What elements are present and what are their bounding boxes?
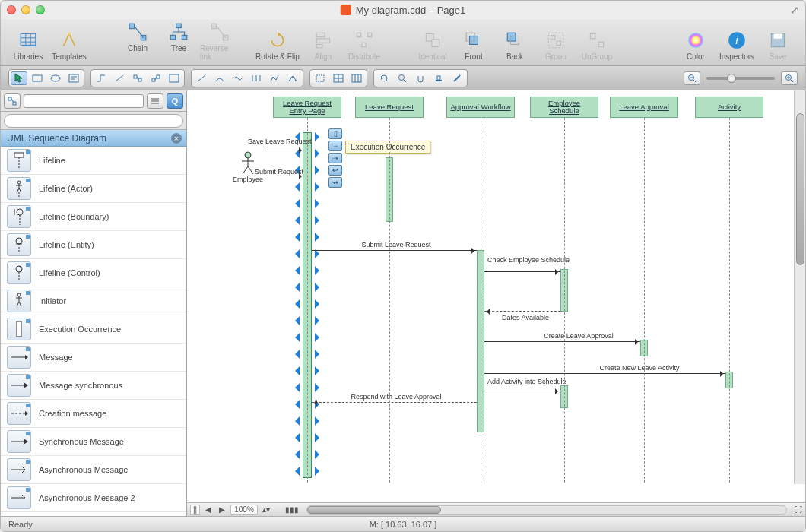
arrow-dates-avail[interactable] bbox=[484, 311, 560, 312]
arrow-submit-leave[interactable] bbox=[312, 250, 477, 251]
selection-handle[interactable] bbox=[315, 266, 324, 275]
connector-5[interactable] bbox=[166, 71, 182, 85]
table-tool[interactable] bbox=[330, 71, 347, 85]
line-3[interactable] bbox=[230, 71, 246, 85]
search-button[interactable]: Q bbox=[167, 93, 183, 109]
pointer-tool[interactable] bbox=[11, 71, 27, 85]
fullscreen-icon[interactable]: ⤢ bbox=[790, 4, 799, 16]
zoom-value[interactable]: 100% bbox=[230, 505, 258, 515]
ellipse-tool[interactable] bbox=[47, 71, 64, 85]
connector-4[interactable] bbox=[148, 71, 164, 85]
selection-handle[interactable] bbox=[290, 266, 300, 275]
selection-handle[interactable] bbox=[290, 283, 300, 292]
crop-tool[interactable] bbox=[312, 71, 328, 85]
selection-handle[interactable] bbox=[315, 166, 324, 175]
tree-view-toggle[interactable] bbox=[4, 93, 21, 109]
arrow-create-approval[interactable] bbox=[484, 341, 640, 342]
selection-handle[interactable] bbox=[290, 182, 300, 192]
text-tool[interactable] bbox=[65, 71, 82, 85]
line-5[interactable] bbox=[266, 71, 283, 85]
selection-handle[interactable] bbox=[315, 199, 324, 208]
selection-handle[interactable] bbox=[315, 350, 324, 359]
arrow-submit-req[interactable] bbox=[263, 176, 304, 176]
selection-handle[interactable] bbox=[315, 299, 324, 309]
line-4[interactable] bbox=[248, 71, 265, 85]
shape-item[interactable]: Initiator bbox=[1, 287, 186, 315]
palette-exec-occurrence[interactable]: ▯ bbox=[328, 128, 342, 139]
tree-button[interactable]: Tree bbox=[159, 21, 198, 61]
diagram-canvas[interactable]: Employee ▯ → ⇢ ↩ ↛ Execution Occurrence bbox=[187, 90, 805, 502]
lifeline-head[interactable]: Leave Approval bbox=[610, 97, 678, 118]
page-next[interactable]: ▶ bbox=[217, 505, 227, 514]
inspectors-button[interactable]: iInspectors bbox=[717, 30, 757, 61]
page-prev[interactable]: ◀ bbox=[203, 505, 214, 514]
palette-msg-reply[interactable]: ↩ bbox=[328, 165, 342, 176]
refresh-tool[interactable] bbox=[376, 71, 392, 85]
stamp-tool[interactable] bbox=[430, 71, 447, 85]
zoom-out-button[interactable] bbox=[684, 71, 700, 85]
grid-tool[interactable] bbox=[348, 71, 365, 85]
shape-item[interactable]: Execution Occurrence bbox=[1, 315, 186, 344]
shape-item[interactable]: Lifeline (Boundary) bbox=[1, 203, 186, 231]
shape-item[interactable]: Synchronous Message bbox=[1, 428, 186, 456]
selection-handle[interactable] bbox=[290, 199, 300, 208]
shape-item[interactable]: Creation message bbox=[1, 400, 186, 428]
selection-handle[interactable] bbox=[290, 216, 300, 225]
shape-list[interactable]: LifelineLifeline (Actor)Lifeline (Bounda… bbox=[1, 147, 186, 516]
selection-handle[interactable] bbox=[315, 132, 324, 141]
selection-handle[interactable] bbox=[315, 316, 324, 325]
connector-3[interactable] bbox=[129, 71, 146, 85]
close-panel-icon[interactable]: × bbox=[171, 133, 182, 144]
page-tabs[interactable]: ▮▮▮ bbox=[285, 505, 299, 514]
back-button[interactable]: Back bbox=[495, 30, 535, 61]
selection-handle[interactable] bbox=[315, 416, 324, 426]
color-button[interactable]: Color bbox=[676, 30, 716, 61]
page-toggle[interactable]: || bbox=[190, 505, 200, 515]
arrow-respond[interactable] bbox=[312, 402, 477, 403]
lifeline-head[interactable]: Leave Request bbox=[355, 97, 424, 118]
lifeline-head[interactable]: Approval Workflow bbox=[446, 97, 515, 118]
zoom-in-button[interactable] bbox=[781, 71, 798, 85]
arrow-check-sched[interactable] bbox=[484, 271, 560, 272]
pan-tool[interactable] bbox=[412, 71, 429, 85]
vertical-scrollbar[interactable] bbox=[794, 90, 805, 484]
palette-msg-async[interactable]: ↛ bbox=[328, 177, 342, 188]
arrow-save[interactable] bbox=[263, 150, 304, 150]
shape-item[interactable]: Lifeline (Actor) bbox=[1, 175, 186, 203]
list-view-toggle[interactable] bbox=[147, 93, 163, 109]
shape-item[interactable]: Message bbox=[1, 344, 186, 372]
selection-handle[interactable] bbox=[315, 149, 324, 158]
fit-page-icon[interactable]: ⛶ bbox=[792, 505, 805, 514]
shape-search-input[interactable] bbox=[4, 114, 183, 128]
zoom-slider[interactable] bbox=[706, 77, 775, 80]
selection-handle[interactable] bbox=[315, 467, 324, 476]
rect-tool[interactable] bbox=[29, 71, 46, 85]
connector-1[interactable] bbox=[93, 71, 109, 85]
selection-handle[interactable] bbox=[290, 233, 300, 242]
arrow-add-activity[interactable] bbox=[484, 391, 560, 391]
shape-item[interactable]: Lifeline bbox=[1, 147, 186, 175]
selection-handle[interactable] bbox=[315, 333, 324, 342]
selection-handle[interactable] bbox=[315, 216, 324, 225]
selection-handle[interactable] bbox=[290, 467, 300, 476]
rotate-flip-button[interactable]: Rotate & Flip bbox=[253, 30, 302, 61]
selection-handle[interactable] bbox=[315, 283, 324, 292]
chain-button[interactable]: Chain bbox=[118, 21, 157, 61]
line-6[interactable] bbox=[284, 71, 301, 85]
selection-handle[interactable] bbox=[290, 416, 300, 426]
close-window-button[interactable] bbox=[7, 5, 16, 14]
selection-handle[interactable] bbox=[290, 383, 300, 392]
selection-handle[interactable] bbox=[290, 433, 300, 442]
shape-item[interactable]: Lifeline (Control) bbox=[1, 259, 186, 287]
lifeline-head[interactable]: Employee Schedule bbox=[530, 97, 598, 118]
zoom-stepper[interactable]: ▴▾ bbox=[261, 505, 271, 514]
shape-item[interactable]: Asynchronous Message bbox=[1, 456, 186, 484]
zoom-window-button[interactable] bbox=[36, 5, 45, 14]
selection-handle[interactable] bbox=[290, 366, 300, 375]
selection-handle[interactable] bbox=[290, 450, 300, 459]
zoom-tool[interactable] bbox=[394, 71, 411, 85]
libraries-button[interactable]: Libraries bbox=[8, 30, 48, 61]
palette-msg-create[interactable]: ⇢ bbox=[328, 153, 342, 163]
shape-item[interactable]: Asynchronous Message 2 bbox=[1, 484, 186, 512]
shape-item[interactable]: Lifeline (Entity) bbox=[1, 231, 186, 259]
